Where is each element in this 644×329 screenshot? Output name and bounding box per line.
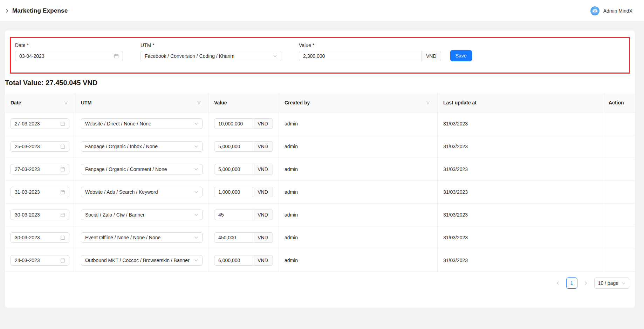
calendar-icon [114, 54, 119, 59]
chevron-right-icon[interactable] [580, 277, 591, 289]
row-value-input[interactable]: 5,000,000 [214, 141, 253, 152]
utm-select[interactable]: Facebook / Conversion / Coding / Khanm [141, 51, 281, 61]
cell-utm: Social / Zalo / Ctw / Banner [75, 204, 208, 226]
currency-addon: VND [422, 51, 441, 61]
cell-utm: Fanpage / Organic / Inbox / None [75, 135, 208, 158]
user-menu[interactable]: Admin MindX [590, 6, 632, 15]
total-value-amount: 27.450.045 VND [46, 79, 97, 87]
breadcrumb-chevron-icon[interactable] [5, 9, 9, 13]
row-date-picker[interactable]: 25-03-2023 [11, 141, 69, 152]
chevron-left-icon[interactable] [552, 277, 563, 289]
table-row: 27-03-2023 Fanpage / Organic / Comment /… [5, 158, 635, 181]
top-header: Marketing Expense Admin MindX [0, 0, 644, 22]
table-row: 27-03-2023 Website / Direct / None / Non… [5, 112, 635, 135]
row-date-picker[interactable]: 31-03-2023 [11, 187, 69, 197]
row-value-input[interactable]: 45 [214, 210, 253, 220]
cell-created-by: admin [279, 204, 438, 226]
row-value-text: 5,000,000 [218, 144, 249, 149]
row-value-input[interactable]: 6,000,000 [214, 255, 253, 266]
expense-form-annotated-region: Date * 03-04-2023 UTM * Facebook / Conve… [10, 37, 630, 74]
value-input-group: 2,300,000 VND [299, 51, 441, 61]
expense-table: Date UTM Value Created by [5, 93, 635, 272]
cell-date: 27-03-2023 [5, 158, 75, 180]
filter-icon[interactable] [62, 99, 69, 106]
row-currency-addon: VND [253, 141, 273, 152]
row-value-text: 5,000,000 [218, 166, 249, 172]
cell-created-by: admin [279, 135, 438, 158]
row-date-picker[interactable]: 30-03-2023 [11, 232, 69, 243]
row-value-input[interactable]: 10,000,000 [214, 118, 253, 129]
row-value-group: 6,000,000 VND [214, 255, 273, 266]
column-header-created-by: Created by [279, 93, 438, 112]
cell-last-update: 31/03/2023 [438, 226, 603, 249]
cell-action [603, 204, 635, 226]
chevron-down-icon [194, 122, 198, 126]
row-utm-select[interactable]: Website / Direct / None / None [81, 118, 203, 129]
column-header-label: Value [214, 100, 227, 105]
cell-last-update: 31/03/2023 [438, 204, 603, 226]
row-currency-addon: VND [253, 210, 273, 220]
value-input[interactable]: 2,300,000 [299, 51, 422, 61]
chevron-down-icon [194, 235, 198, 240]
calendar-icon [60, 235, 65, 240]
created-by-value: admin [285, 144, 298, 149]
page-size-select[interactable]: 10 / page [594, 277, 629, 289]
row-utm-value: Website / Direct / None / None [85, 121, 191, 126]
cell-value: 5,000,000 VND [208, 135, 279, 158]
cell-action [603, 158, 635, 180]
cell-value: 5,000,000 VND [208, 158, 279, 180]
cell-action [603, 181, 635, 203]
content-card: Date * 03-04-2023 UTM * Facebook / Conve… [5, 30, 635, 308]
filter-icon[interactable] [425, 99, 432, 106]
row-date-picker[interactable]: 27-03-2023 [11, 164, 69, 174]
row-utm-select[interactable]: Fanpage / Organic / Comment / None [81, 164, 203, 174]
value-input-value: 2,300,000 [303, 53, 418, 59]
row-date-picker[interactable]: 24-03-2023 [11, 255, 69, 266]
date-input-value: 03-04-2023 [19, 53, 111, 59]
cell-action [603, 226, 635, 249]
row-value-input[interactable]: 5,000,000 [214, 164, 253, 174]
row-value-text: 6,000,000 [218, 258, 249, 263]
created-by-value: admin [285, 258, 298, 263]
cell-utm: Event Offline / None / None / None [75, 226, 208, 249]
robot-avatar-icon [590, 6, 600, 15]
cell-created-by: admin [279, 181, 438, 203]
cell-last-update: 31/03/2023 [438, 112, 603, 135]
row-utm-value: Fanpage / Organic / Inbox / None [85, 144, 191, 149]
row-value-input[interactable]: 450,000 [214, 232, 253, 243]
column-header-date: Date [5, 93, 75, 112]
page-size-value: 10 / page [598, 280, 618, 286]
row-currency-addon: VND [253, 232, 273, 243]
save-button[interactable]: Save [450, 50, 472, 61]
row-date-picker[interactable]: 27-03-2023 [11, 118, 69, 129]
cell-action [603, 135, 635, 158]
calendar-icon [60, 144, 65, 149]
last-update-value: 31/03/2023 [443, 212, 468, 218]
cell-date: 25-03-2023 [5, 135, 75, 158]
table-row: 30-03-2023 Social / Zalo / Ctw / Banner … [5, 204, 635, 226]
chevron-down-icon [194, 144, 198, 149]
cell-date: 30-03-2023 [5, 226, 75, 249]
row-date-picker[interactable]: 30-03-2023 [11, 210, 69, 220]
utm-label: UTM * [141, 42, 281, 48]
filter-icon[interactable] [196, 99, 203, 106]
date-input[interactable]: 03-04-2023 [15, 51, 123, 61]
row-utm-select[interactable]: Social / Zalo / Ctw / Banner [81, 210, 203, 220]
row-date-value: 30-03-2023 [15, 235, 57, 240]
calendar-icon [60, 212, 65, 217]
cell-date: 31-03-2023 [5, 181, 75, 203]
page-number-button[interactable]: 1 [566, 277, 577, 289]
created-by-value: admin [285, 235, 298, 240]
row-value-input[interactable]: 1,000,000 [214, 187, 253, 197]
row-value-group: 45 VND [214, 210, 273, 220]
row-utm-select[interactable]: Website / Ads / Search / Keyword [81, 187, 203, 197]
created-by-value: admin [285, 121, 298, 126]
row-utm-value: Event Offline / None / None / None [85, 235, 191, 240]
row-utm-select[interactable]: Event Offline / None / None / None [81, 232, 203, 243]
row-utm-select[interactable]: Fanpage / Organic / Inbox / None [81, 141, 203, 152]
row-currency-addon: VND [253, 118, 273, 129]
column-header-label: UTM [81, 100, 91, 105]
column-header-label: Action [609, 100, 624, 105]
cell-action [603, 112, 635, 135]
row-utm-select[interactable]: Outbound MKT / Coccoc / Browserskin / Ba… [81, 255, 203, 266]
